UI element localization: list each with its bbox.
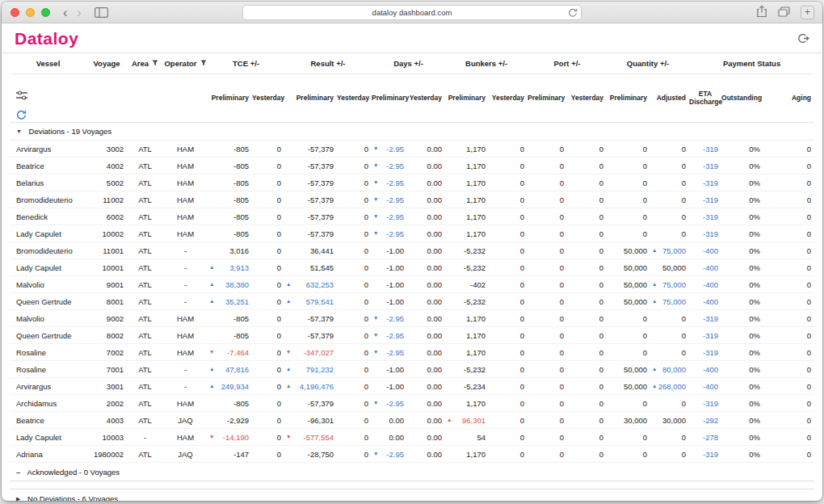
table-row[interactable]: Arvirargus3001ATL-▲249,9340▲4,196,4760-1… [10, 378, 814, 395]
table-row[interactable]: Malvolio9002ATLHAM-8050-57,3790▼-2.950.0… [10, 310, 814, 327]
value-cell: 0 [763, 293, 814, 310]
value-cell: -319 [689, 191, 721, 208]
operator-code: HAM [163, 158, 208, 174]
zoom-window-button[interactable] [41, 8, 50, 17]
value-cell: -805 [208, 327, 252, 344]
down-arrow-icon: ▼ [372, 333, 378, 338]
cell-value: 0% [749, 382, 760, 391]
value-cell: ▼-2.95 [372, 310, 407, 327]
subheader-days-preliminary: Preliminary [372, 74, 407, 123]
cell-value: 0 [364, 280, 368, 289]
value-cell: 0 [567, 310, 607, 327]
subheader-tce-yesterday: Yesterday [252, 74, 284, 123]
subheader-row: Preliminary Yesterday Preliminary Yester… [10, 74, 814, 123]
cell-value: 0.00 [427, 162, 443, 170]
table-row[interactable]: Beatrice4002ATLHAM-8050-57,3790▼-2.950.0… [10, 158, 814, 174]
table-row[interactable]: Belarius5002ATLHAM-8050-57,3790▼-2.950.0… [10, 174, 814, 191]
vessel-name: Archidamus [10, 395, 86, 412]
back-button[interactable]: ‹ [63, 2, 67, 23]
table-row[interactable]: Arvirargus3002ATLHAM-8050-57,3790▼-2.950… [10, 141, 814, 158]
value-cell: 0 [252, 327, 284, 344]
cell-value: -400 [703, 246, 718, 255]
section-no-deviations[interactable]: ▶ No Deviations - 6 Voyages [10, 489, 814, 501]
table-row[interactable]: Rosaline7002ATLHAM▼-7,4640▼-347,0270▼-2.… [10, 344, 814, 361]
table-row[interactable]: Rosaline7001ATL-▲47,8160▲791,2320-1.000.… [10, 361, 814, 378]
value-cell: 0 [337, 412, 372, 429]
reload-icon[interactable] [568, 8, 578, 19]
table-row[interactable]: Adriana1980002ATLJAQ-1470-28,7500▼-2.950… [10, 446, 814, 463]
cell-value: 0.00 [427, 246, 443, 255]
value-cell: -28,750 [284, 446, 337, 463]
operator-code: HAM [163, 191, 208, 208]
value-cell: 0 [252, 242, 284, 259]
cell-value: 0 [682, 348, 686, 357]
table-row[interactable]: Queen Gertrude8002ATLHAM-8050-57,3790▼-2… [10, 327, 814, 344]
table-row[interactable]: Bromodideuterio11002ATLHAM-8050-57,3790▼… [10, 191, 814, 208]
cell-value: 0% [749, 162, 760, 170]
up-arrow-icon: ▲ [650, 282, 657, 288]
cell-value: 0 [277, 382, 281, 391]
table-row[interactable]: Benedick6002ATLHAM-8050-57,3790▼-2.950.0… [10, 208, 814, 225]
table-row[interactable]: Bromodideuterio11001ATL-3,016036,4410-1.… [10, 242, 814, 259]
value-cell: 0.00 [407, 259, 445, 276]
value-cell: -147 [208, 446, 252, 463]
tabs-overview-icon[interactable] [778, 6, 790, 20]
cell-value: -147 [233, 450, 249, 459]
forward-button[interactable]: › [77, 2, 81, 23]
cell-value: -1.00 [386, 263, 404, 272]
up-arrow-icon: ▲ [208, 384, 214, 389]
up-arrow-icon: ▲ [208, 282, 214, 288]
table-row[interactable]: Lady Capulet10001ATL-▲3,913051,5450-1.00… [10, 259, 814, 276]
section-deviations[interactable]: ▼ Deviations - 19 Voyages [10, 123, 814, 141]
value-cell: 1,170 [445, 395, 489, 412]
share-icon[interactable] [756, 5, 767, 21]
area-filter-icon[interactable] [152, 59, 158, 68]
new-tab-button[interactable]: + [801, 6, 814, 19]
cell-value: 0 [520, 399, 524, 408]
table-row[interactable]: Beatrice4003ATLJAQ-2,9290-96,30100.000.0… [10, 412, 814, 429]
subheader-days-yesterday: Yesterday [407, 74, 445, 123]
cell-value: 0 [364, 145, 368, 153]
value-cell: 0 [489, 259, 528, 276]
value-cell: -400 [689, 242, 721, 259]
table-row[interactable]: Lady Capulet10002ATLHAM-8050-57,3790▼-2.… [10, 225, 814, 242]
close-window-button[interactable] [11, 8, 19, 17]
section-acknowledged[interactable]: – Acknowledged - 0 Voyages [10, 463, 814, 481]
value-cell: 0 [763, 242, 814, 259]
cell-value: 0 [807, 382, 811, 391]
voyage-number: 9002 [86, 310, 127, 327]
operator-filter-icon[interactable] [200, 59, 207, 68]
cell-value: 0 [682, 331, 686, 340]
cell-value: 0.00 [427, 416, 443, 425]
cell-value: 1,170 [466, 229, 486, 238]
value-cell: 0 [567, 174, 607, 191]
voyage-number: 5002 [86, 174, 127, 191]
table-row[interactable]: Archidamus2002ATLHAM-8050-57,3790▼-2.950… [10, 395, 814, 412]
voyage-number: 1980002 [86, 446, 127, 463]
area-code: ATL [127, 361, 163, 378]
address-bar[interactable]: dataloy dashboard.com [242, 5, 582, 20]
logout-icon[interactable] [797, 32, 809, 48]
browser-window: ‹ › dataloy dashboard.com [2, 2, 822, 501]
value-cell: 0 [337, 242, 372, 259]
vessel-name: Lady Capulet [10, 259, 86, 276]
minimize-window-button[interactable] [26, 8, 35, 17]
filter-settings-icon[interactable] [16, 82, 27, 102]
cell-value: 36,441 [310, 246, 334, 255]
value-cell: -319 [689, 174, 721, 191]
value-cell: 0 [763, 344, 814, 361]
cell-value: 1,170 [466, 212, 486, 221]
column-group-result: Result +/- [284, 53, 372, 74]
refresh-icon[interactable] [16, 102, 27, 122]
table-row[interactable]: Malvolio9001ATL-▲38,3800▲632,2530-1.000.… [10, 276, 814, 293]
table-toolbar [10, 74, 208, 123]
table-row[interactable]: Queen Gertrude8001ATL-▲35,2510▲579,5410-… [10, 293, 814, 310]
value-cell: 0.00 [407, 158, 445, 174]
sidebar-toggle-icon[interactable] [95, 7, 108, 18]
cell-value: 0 [643, 314, 647, 323]
cell-value: -2.95 [386, 450, 404, 459]
cell-value: -2.95 [386, 178, 404, 187]
table-row[interactable]: Lady Capulet10003-HAM▼-14,1900▼-577,5540… [10, 429, 814, 446]
value-cell: ▼-14,190 [208, 429, 252, 446]
area-code: ATL [127, 395, 163, 412]
